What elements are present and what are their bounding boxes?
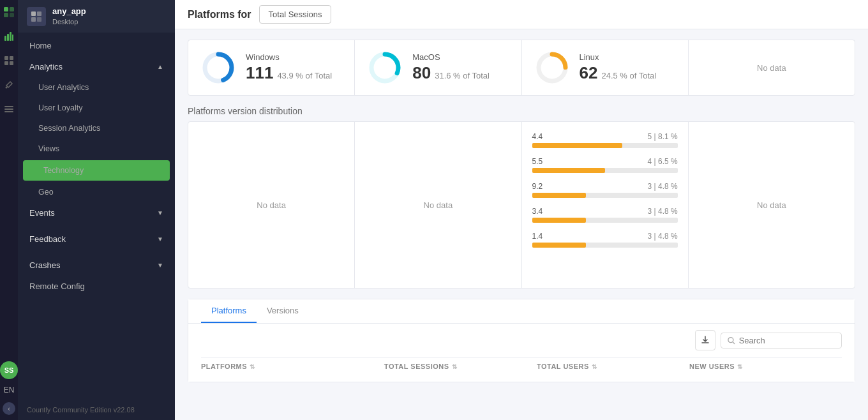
version-dist-title: Platforms version distribution: [188, 106, 855, 116]
windows-pct: 43.9 % of Total: [277, 71, 332, 80]
svg-rect-11: [10, 61, 13, 65]
user-loyalty-label: User Loyalty: [38, 103, 82, 112]
total-sessions-tab[interactable]: Total Sessions: [259, 5, 332, 24]
svg-rect-15: [4, 111, 13, 112]
sidebar-item-session-analytics[interactable]: Session Analytics: [18, 118, 175, 139]
version-dist: No data No data 4.4 5 | 8.1 % 5.5: [188, 121, 855, 289]
sort-icon-sessions: ⇅: [452, 363, 458, 370]
sidebar-item-crashes[interactable]: Crashes ▼: [18, 255, 175, 276]
sidebar-item-technology[interactable]: Technology: [23, 160, 170, 181]
collapse-button[interactable]: ‹: [3, 402, 15, 415]
svg-rect-1: [10, 7, 14, 11]
version-bars-panel: 4.4 5 | 8.1 % 5.5 4 | 6.5 % 9.2 3 | 4.8 …: [522, 122, 689, 288]
bar-track: [532, 218, 678, 223]
th-new-users: NEW USERS ⇅: [689, 363, 842, 370]
svg-rect-3: [10, 13, 14, 17]
no-data-label: No data: [757, 63, 786, 73]
macos-label: MacOS: [412, 52, 490, 62]
windows-info: Windows 111 43.9 % of Total: [246, 52, 332, 83]
sidebar-item-analytics[interactable]: Analytics ▲: [18, 56, 175, 77]
version-panel-4: No data: [689, 122, 855, 288]
events-chevron: ▼: [157, 209, 163, 216]
sidebar: any_app Desktop Home Analytics ▲ User An…: [18, 0, 175, 420]
analytics-rail-icon[interactable]: [2, 29, 16, 43]
version-no-data-1: No data: [257, 200, 286, 210]
bottom-tabs: Platforms Versions: [188, 299, 855, 324]
bottom-section: Platforms Versions: [188, 299, 855, 382]
macos-info: MacOS 80 31.6 % of Total: [412, 52, 490, 83]
page-title: Platforms for: [188, 9, 251, 26]
version-row: 3.4 3 | 4.8 %: [532, 207, 678, 223]
logo-icon: [2, 5, 16, 19]
views-label: Views: [38, 144, 59, 153]
svg-point-26: [728, 337, 733, 342]
download-button[interactable]: [695, 330, 715, 350]
versions-tab[interactable]: Versions: [257, 299, 309, 323]
list-rail-icon[interactable]: [2, 102, 16, 116]
sort-icon-users: ⇅: [592, 363, 597, 370]
dashboard-rail-icon[interactable]: [2, 54, 16, 68]
user-avatar[interactable]: SS: [0, 361, 18, 379]
svg-rect-7: [12, 34, 13, 41]
app-icon: [27, 7, 46, 26]
no-data-card: No data: [689, 40, 855, 95]
search-box[interactable]: [721, 333, 842, 349]
table-area: PLATFORMS ⇅ TOTAL SESSIONS ⇅ TOTAL USERS…: [188, 324, 855, 382]
svg-rect-14: [4, 109, 13, 110]
windows-count: 111: [246, 63, 273, 83]
events-label: Events: [29, 208, 55, 218]
tools-rail-icon[interactable]: [2, 78, 16, 92]
svg-rect-4: [4, 36, 6, 41]
sidebar-item-views[interactable]: Views: [18, 139, 175, 159]
version-bars: 4.4 5 | 8.1 % 5.5 4 | 6.5 % 9.2 3 | 4.8 …: [532, 132, 678, 257]
macos-card: MacOS 80 31.6 % of Total: [355, 40, 521, 95]
content-body: Windows 111 43.9 % of Total MacOS: [175, 29, 868, 393]
bar-fill: [532, 243, 586, 248]
crashes-chevron: ▼: [157, 262, 163, 269]
version-row: 4.4 5 | 8.1 %: [532, 132, 678, 148]
bar-fill: [532, 193, 586, 198]
macos-pct: 31.6 % of Total: [435, 71, 490, 80]
version-no-data-2: No data: [424, 200, 453, 210]
windows-card: Windows 111 43.9 % of Total: [188, 40, 355, 95]
sidebar-item-events[interactable]: Events ▼: [18, 202, 175, 223]
svg-rect-8: [4, 56, 8, 60]
app-type: Desktop: [52, 17, 86, 26]
sidebar-item-home[interactable]: Home: [18, 35, 175, 56]
avatar-section: SS EN ‹: [0, 357, 18, 420]
language-selector[interactable]: EN: [0, 383, 18, 397]
svg-rect-9: [10, 56, 13, 60]
windows-donut: [201, 50, 236, 85]
sidebar-item-user-analytics[interactable]: User Analytics: [18, 77, 175, 98]
sidebar-item-remote-config[interactable]: Remote Config: [18, 276, 175, 297]
svg-rect-2: [4, 13, 8, 17]
th-total-users: TOTAL USERS ⇅: [537, 363, 689, 370]
search-icon: [728, 336, 735, 345]
linux-pct: 24.5 % of Total: [601, 71, 656, 80]
sidebar-footer: Countly Community Edition v22.08: [18, 400, 175, 420]
remote-config-label: Remote Config: [29, 281, 85, 291]
app-header[interactable]: any_app Desktop: [18, 0, 175, 33]
windows-label: Windows: [246, 52, 332, 62]
linux-label: Linux: [580, 52, 657, 62]
main-content: Platforms for Total Sessions Windows 111…: [175, 0, 868, 420]
linux-info: Linux 62 24.5 % of Total: [580, 52, 657, 83]
search-input[interactable]: [739, 336, 835, 345]
user-analytics-label: User Analytics: [38, 83, 89, 92]
version-row: 5.5 4 | 6.5 %: [532, 157, 678, 173]
platforms-tab[interactable]: Platforms: [201, 299, 257, 323]
svg-rect-13: [4, 106, 13, 107]
version-dist-section: Platforms version distribution No data N…: [188, 106, 855, 289]
macos-donut: [368, 50, 402, 85]
version-panel-1: No data: [188, 122, 355, 288]
sidebar-item-geo[interactable]: Geo: [18, 182, 175, 202]
svg-rect-10: [4, 61, 8, 65]
sidebar-item-feedback[interactable]: Feedback ▼: [18, 229, 175, 250]
bar-fill: [532, 218, 586, 223]
version-panel-2: No data: [355, 122, 521, 288]
bar-track: [532, 243, 678, 248]
macos-count: 80: [412, 63, 431, 83]
sidebar-item-user-loyalty[interactable]: User Loyalty: [18, 98, 175, 118]
svg-rect-18: [31, 17, 36, 22]
app-name: any_app: [52, 6, 86, 17]
